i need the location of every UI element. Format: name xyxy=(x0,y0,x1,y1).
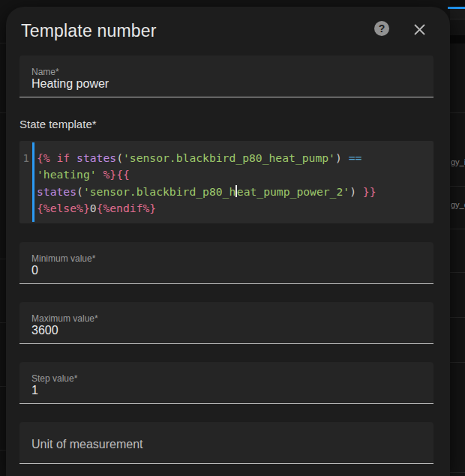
background-dark-row xyxy=(450,35,465,43)
minimum-value-value: 0 xyxy=(32,264,38,277)
background-row-divider xyxy=(450,317,465,318)
editor-code: {% if states('sensor.blackbird_p80_heat_… xyxy=(37,150,429,217)
editor-gutter-caret-line xyxy=(32,142,34,222)
background-row-divider xyxy=(450,362,465,363)
screen: gy_i gy_e Template number ? Name* Heatin… xyxy=(0,0,465,476)
template-number-dialog: Template number ? Name* Heating power St… xyxy=(6,7,450,476)
name-field-label: Name* xyxy=(32,67,59,77)
background-row-divider xyxy=(450,272,465,273)
state-template-label: State template* xyxy=(20,118,97,130)
background-accent-line xyxy=(448,7,465,9)
unit-of-measurement-label: Unit of measurement xyxy=(32,438,143,451)
background-row-divider xyxy=(450,19,465,19)
background-row-divider xyxy=(450,229,465,229)
background-partial-text: gy_i xyxy=(451,157,465,166)
help-button[interactable]: ? xyxy=(374,21,389,36)
step-value-value: 1 xyxy=(32,384,38,397)
minimum-value-label: Minimum value* xyxy=(32,253,95,264)
name-field[interactable]: Name* Heating power xyxy=(20,55,434,97)
background-row-divider xyxy=(450,186,465,187)
background-partial-text: gy_e xyxy=(451,200,465,209)
help-icon: ? xyxy=(379,22,386,34)
background-row-divider xyxy=(450,112,465,113)
background-row xyxy=(450,9,465,19)
close-icon[interactable] xyxy=(414,24,425,35)
maximum-value-value: 3600 xyxy=(32,324,58,337)
background-table: gy_i gy_e xyxy=(450,0,465,476)
editor-line-number: 1 xyxy=(20,150,29,166)
unit-of-measurement-field[interactable]: Unit of measurement xyxy=(20,422,434,464)
background-row-divider xyxy=(450,472,465,473)
maximum-value-field[interactable]: Maximum value* 3600 xyxy=(20,302,434,344)
maximum-value-label: Maximum value* xyxy=(32,313,98,324)
name-field-value: Heating power xyxy=(32,77,109,91)
minimum-value-field[interactable]: Minimum value* 0 xyxy=(20,242,434,284)
dialog-title: Template number xyxy=(21,21,157,41)
background-dark-row xyxy=(450,0,465,7)
state-template-code-editor[interactable]: 1 {% if states('sensor.blackbird_p80_hea… xyxy=(20,141,434,223)
step-value-label: Step value* xyxy=(32,373,77,384)
step-value-field[interactable]: Step value* 1 xyxy=(20,362,434,404)
